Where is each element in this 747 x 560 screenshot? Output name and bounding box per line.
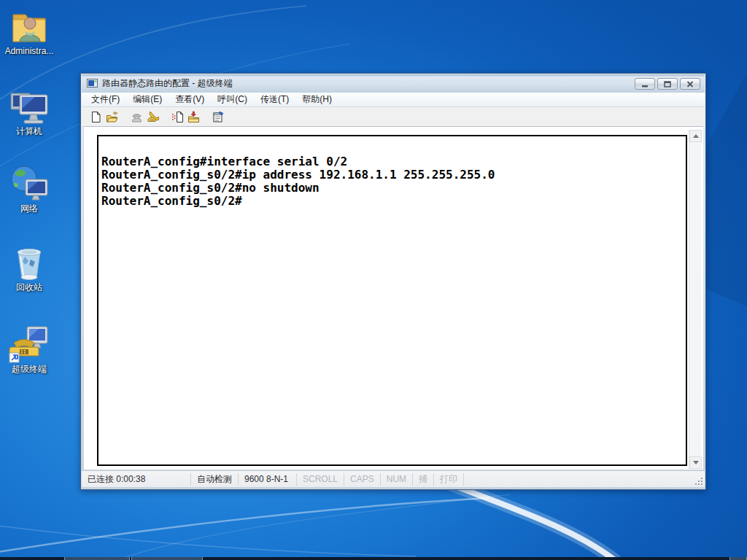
recycle-bin-icon [9, 242, 50, 281]
resize-grip[interactable] [694, 477, 703, 486]
send-file-icon [171, 111, 184, 123]
administrator-folder-icon [9, 6, 50, 45]
disconnect-phone-icon [147, 111, 159, 123]
taskbar-button-edge[interactable] [131, 557, 203, 560]
window-titlebar[interactable]: 路由器静态路由的配置 - 超级终端 [82, 74, 705, 93]
status-auto-detect: 自动检测 [191, 473, 239, 486]
computer-icon [8, 86, 50, 125]
terminal-output: RouterA_config#interface serial 0/2Route… [98, 136, 686, 208]
status-bar: 已连接 0:00:38 自动检测 9600 8-N-1 SCROLL CAPS … [82, 470, 705, 487]
window-title: 路由器静态路由的配置 - 超级终端 [102, 77, 233, 90]
desktop-icon-network[interactable]: 网络 [3, 163, 55, 214]
menu-bar: 文件(F) 编辑(E) 查看(V) 呼叫(C) 传送(T) 帮助(H) [82, 93, 705, 107]
terminal-line: RouterA_config_s0/2# [101, 195, 683, 208]
close-icon [686, 81, 694, 88]
scroll-up-arrow-icon [693, 134, 699, 138]
status-capture-indicator: 捕 [413, 473, 434, 486]
call-phone-icon-disabled [131, 111, 143, 123]
open-button[interactable] [104, 109, 120, 124]
desktop-icon-label: 网络 [3, 204, 55, 214]
taskbar-tray-edge[interactable] [729, 557, 747, 560]
status-scroll-indicator: SCROLL [297, 473, 344, 486]
desktop-icon-label: 回收站 [3, 283, 55, 292]
status-caps-indicator: CAPS [344, 473, 381, 486]
terminal-line: RouterA_config_s0/2#ip address 192.168.1… [101, 168, 683, 182]
hyperterminal-window: 路由器静态路由的配置 - 超级终端 文件(F) 编辑(E) 查看(V) 呼叫(C… [80, 73, 706, 490]
desktop-icon-computer[interactable]: 计算机 [3, 86, 55, 136]
call-button[interactable] [128, 109, 144, 124]
maximize-icon [664, 81, 671, 88]
menu-view[interactable]: 查看(V) [169, 92, 211, 107]
close-button[interactable] [680, 78, 700, 90]
status-num-indicator: NUM [381, 473, 413, 486]
receive-file-icon [187, 111, 200, 123]
menu-edit[interactable]: 编辑(E) [126, 92, 169, 107]
terminal-screen[interactable]: RouterA_config#interface serial 0/2Route… [97, 135, 687, 466]
send-button[interactable] [169, 109, 185, 124]
minimize-icon [641, 81, 649, 88]
menu-call[interactable]: 呼叫(C) [211, 92, 254, 107]
desktop-icon-hyperterminal[interactable]: 超级终端 [3, 324, 55, 374]
terminal-line: RouterA_config_s0/2#no shutdown [101, 182, 683, 195]
scroll-down-button[interactable] [689, 456, 702, 469]
scroll-up-button[interactable] [689, 130, 702, 142]
menu-transfer[interactable]: 传送(T) [254, 92, 295, 107]
scroll-down-arrow-icon [693, 461, 699, 464]
status-baud-settings: 9600 8-N-1 [239, 473, 297, 486]
desktop-icon-label: Administra... [3, 47, 55, 56]
terminal-scrollbar[interactable] [689, 130, 701, 469]
menu-file[interactable]: 文件(F) [85, 92, 126, 107]
toolbar [82, 107, 705, 126]
terminal-line: RouterA_config#interface serial 0/2 [101, 155, 683, 168]
menu-help[interactable]: 帮助(H) [295, 92, 338, 107]
network-icon [8, 163, 50, 203]
disconnect-button[interactable] [144, 109, 160, 124]
new-connection-button[interactable] [88, 109, 104, 124]
desktop-icon-label: 超级终端 [3, 365, 55, 374]
status-print-indicator: 打印 [434, 473, 464, 486]
hyperterminal-window-icon [87, 79, 98, 88]
status-connected-time: 已连接 0:00:38 [82, 473, 191, 486]
hyperterminal-icon [8, 324, 50, 363]
minimize-button[interactable] [635, 78, 655, 90]
new-connection-icon [90, 111, 102, 123]
desktop-icon-recycle-bin[interactable]: 回收站 [3, 242, 55, 292]
desktop: Administra... 计算机 网络 [0, 0, 747, 560]
taskbar-edge[interactable] [0, 557, 747, 560]
desktop-icon-label: 计算机 [3, 127, 55, 136]
maximize-button[interactable] [657, 78, 678, 90]
taskbar-button-edge[interactable] [64, 557, 130, 560]
receive-button[interactable] [185, 109, 201, 124]
properties-icon [212, 111, 225, 123]
properties-button[interactable] [210, 109, 226, 124]
terminal-client-area: RouterA_config#interface serial 0/2Route… [83, 126, 703, 470]
open-folder-icon [106, 111, 118, 123]
desktop-icon-administrator[interactable]: Administra... [3, 6, 55, 56]
